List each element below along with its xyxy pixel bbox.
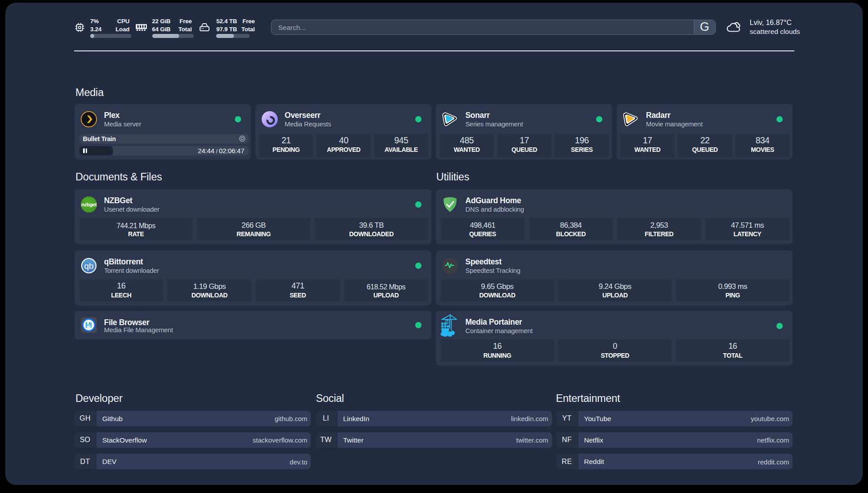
- svg-text:qb: qb: [84, 261, 93, 270]
- svg-text:nzbget: nzbget: [81, 202, 97, 207]
